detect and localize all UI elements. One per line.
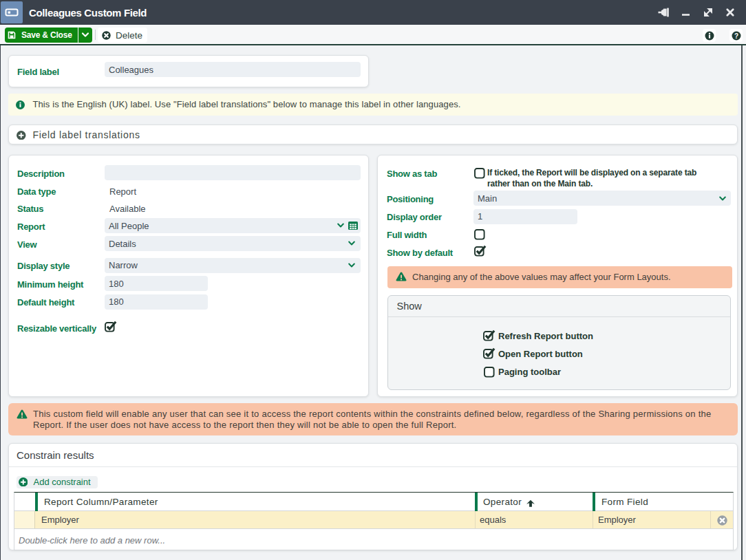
svg-text:?: ? xyxy=(734,32,738,39)
